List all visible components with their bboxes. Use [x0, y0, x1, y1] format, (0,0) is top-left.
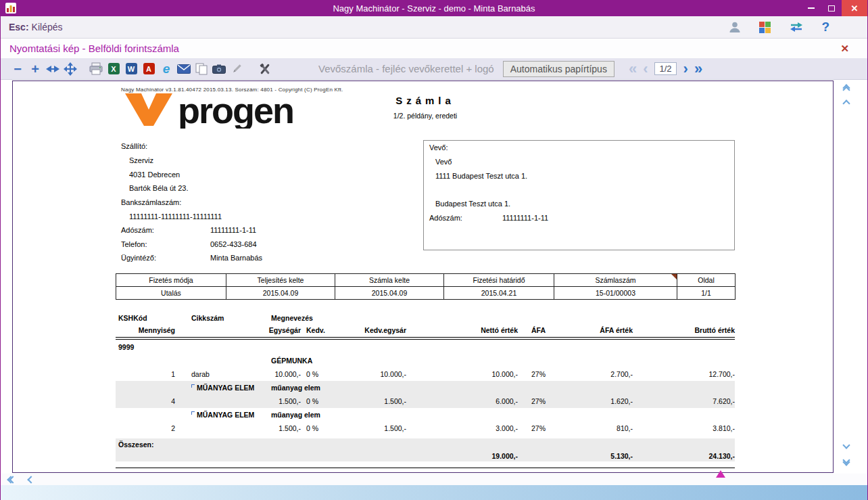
export-excel-button[interactable]: X	[105, 61, 122, 77]
last-page-button[interactable]: »	[692, 62, 704, 76]
chevron-left-icon	[27, 476, 34, 483]
previous-page-button[interactable]: ‹	[641, 62, 650, 76]
supplier-contact-label: Ügyintéző:	[121, 254, 156, 262]
item-afaertek: 810,-	[548, 424, 635, 432]
exit-label: Kilépés	[32, 22, 63, 32]
preview-toolbar: − + X W A e	[1, 58, 867, 80]
supplier-contact: Minta Barnabás	[210, 254, 262, 262]
col-header-brutto: Bruttó érték	[635, 326, 735, 334]
col-header-megnevezes: Megnevezés	[259, 314, 735, 322]
item-unit: darab	[178, 370, 259, 378]
item-kedv: 0 %	[301, 370, 325, 378]
field-corner-icon	[191, 411, 195, 415]
item-values-row: 4 1.500,- 0 % 1.500,- 6.000,- 27% 1.620,…	[116, 394, 735, 408]
scroll-up-button[interactable]	[839, 97, 854, 110]
item-qty: 4	[116, 397, 178, 405]
header-separator	[116, 337, 735, 340]
item-values-row: 1 darab 10.000,- 0 % 10.000,- 10.000,- 2…	[116, 367, 735, 381]
user-icon[interactable]	[729, 21, 741, 33]
scroll-page-up-button[interactable]	[839, 82, 854, 95]
maximize-button[interactable]	[821, 0, 842, 16]
summary-value: 2015.04.21	[444, 287, 554, 300]
window-controls: ✕	[801, 0, 867, 16]
item-cikkszam: MŰANYAG ELEM	[178, 411, 259, 419]
totals-afaertek: 5.130,-	[548, 452, 635, 460]
supplier-bank-number: 11111111-11111111-11111111	[129, 212, 222, 221]
item-qty: 1	[116, 370, 178, 378]
supplier-bank-label: Bankszámlaszám:	[121, 198, 181, 206]
item-brutto: 3.810,-	[635, 424, 735, 432]
summary-header: Fizetési határidő	[444, 274, 554, 287]
invoice-page: Nagy Machinátor v3.1.81.40472 2015.03.13…	[12, 81, 834, 473]
customer-address1: 1111 Budapest Teszt utca 1.	[435, 172, 527, 180]
preview-header: Nyomtatási kép - Belföldi forintszámla ✕	[1, 39, 867, 58]
item-netto: 10.000,-	[409, 370, 521, 378]
note-marker-icon	[671, 274, 677, 279]
paper-type-button[interactable]: Automatikus papírtípus	[503, 61, 614, 77]
summary-header: Számla kelte	[335, 274, 444, 287]
send-email-button[interactable]	[175, 61, 193, 77]
item-name-row: MŰANYAG ELEM műanyag elem	[116, 381, 735, 394]
fit-page-button[interactable]	[62, 61, 79, 77]
settings-button[interactable]	[256, 61, 274, 77]
export-pdf-button[interactable]: A	[140, 61, 158, 77]
item-megnevezes: GÉPMUNKA	[259, 357, 735, 365]
menu-bar: Esc:Kilépés ?	[1, 16, 867, 39]
group-code-row: 9999	[116, 340, 735, 354]
next-page-button[interactable]: ›	[681, 62, 690, 76]
supplier-city: 4031 Debrecen	[129, 171, 180, 179]
open-in-browser-button[interactable]: e	[158, 61, 175, 77]
totals-label-row: Összesen:	[116, 438, 735, 450]
double-chevron-up-icon	[844, 85, 849, 93]
item-egysegar: 10.000,-	[259, 370, 301, 378]
item-name-row: GÉPMUNKA	[116, 354, 735, 367]
logo-wordmark: progen	[178, 91, 293, 129]
item-name-row: MŰANYAG ELEM műanyag elem	[116, 408, 735, 422]
close-button[interactable]: ✕	[842, 0, 867, 16]
col-header-egysegar: Egységár	[259, 326, 301, 334]
edit-template-button[interactable]	[228, 61, 245, 77]
chevron-down-icon	[842, 441, 850, 449]
supplier-tax-label: Adószám:	[121, 226, 154, 234]
print-button[interactable]	[87, 61, 105, 77]
item-kedv: 0 %	[301, 424, 325, 432]
summary-value: 15-01/00003	[554, 287, 677, 300]
supplier-street: Bartók Béla út 23.	[129, 184, 188, 192]
horizontal-scrollbar[interactable]	[1, 474, 867, 485]
col-header-cikkszam: Cikkszám	[178, 314, 259, 322]
summary-values-row: Utalás 2015.04.09 2015.04.09 2015.04.21 …	[116, 287, 736, 300]
group-code: 9999	[116, 343, 178, 351]
invoice-copy-info: 1/2. példány, eredeti	[324, 112, 527, 120]
scroll-left-button[interactable]	[22, 474, 40, 485]
scroll-page-down-button[interactable]	[839, 454, 854, 468]
snapshot-button[interactable]	[210, 61, 228, 77]
supplier-tax-number: 11111111-1-11	[210, 226, 256, 234]
preview-close-button[interactable]: ✕	[840, 43, 849, 55]
copy-button[interactable]	[193, 61, 210, 77]
items-header-row-2: Mennyiség Egységár Kedv. Kedv.egysár Net…	[116, 324, 735, 336]
menu-exit-item[interactable]: Esc:Kilépés	[9, 22, 63, 32]
page-break-marker	[716, 470, 725, 478]
fit-width-button[interactable]	[44, 61, 62, 77]
scroll-down-button[interactable]	[839, 438, 854, 452]
item-afa: 27%	[521, 424, 548, 432]
zoom-out-button[interactable]: −	[9, 61, 26, 77]
customer-label: Vevő:	[429, 143, 448, 152]
zoom-in-button[interactable]: +	[26, 61, 44, 77]
help-icon[interactable]: ?	[821, 20, 829, 35]
progen-logo: progen	[124, 91, 327, 129]
summary-header: Oldal	[677, 274, 736, 287]
item-kedv: 0 %	[301, 397, 325, 405]
item-afa: 27%	[521, 370, 548, 378]
export-word-button[interactable]: W	[122, 61, 140, 77]
sync-arrows-icon[interactable]	[789, 22, 804, 32]
minimize-button[interactable]	[801, 0, 821, 16]
copy-icon	[195, 63, 208, 75]
item-netto: 6.000,-	[409, 397, 521, 405]
apps-grid-icon[interactable]	[758, 21, 771, 34]
item-brutto: 7.620,-	[635, 397, 735, 405]
item-egysegar: 1.500,-	[259, 397, 301, 405]
first-page-button[interactable]: «	[627, 62, 639, 76]
scroll-page-left-button[interactable]	[3, 474, 20, 485]
totals-brutto: 24.130,-	[635, 452, 735, 460]
